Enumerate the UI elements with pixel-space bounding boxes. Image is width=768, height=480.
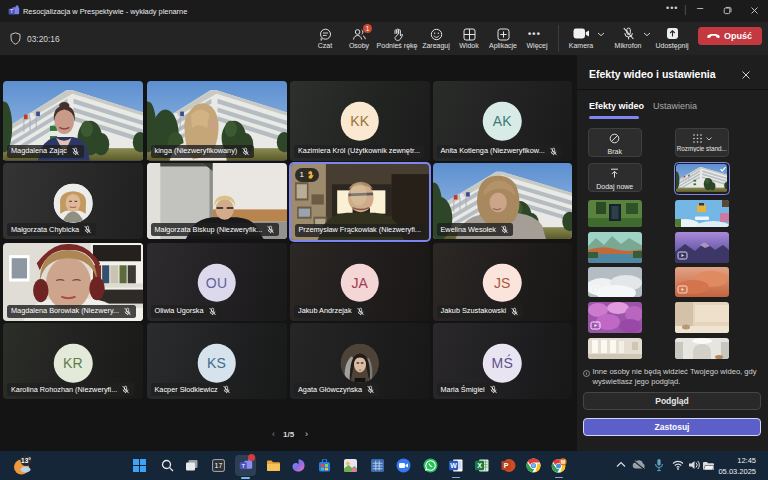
svg-text:M: M [561, 459, 565, 465]
svg-text:P: P [504, 462, 509, 469]
svg-text:13°: 13° [21, 457, 31, 464]
svg-text:W: W [450, 462, 457, 469]
svg-text:17: 17 [215, 462, 223, 469]
svg-text:T: T [241, 463, 245, 469]
svg-text:X: X [477, 462, 482, 469]
